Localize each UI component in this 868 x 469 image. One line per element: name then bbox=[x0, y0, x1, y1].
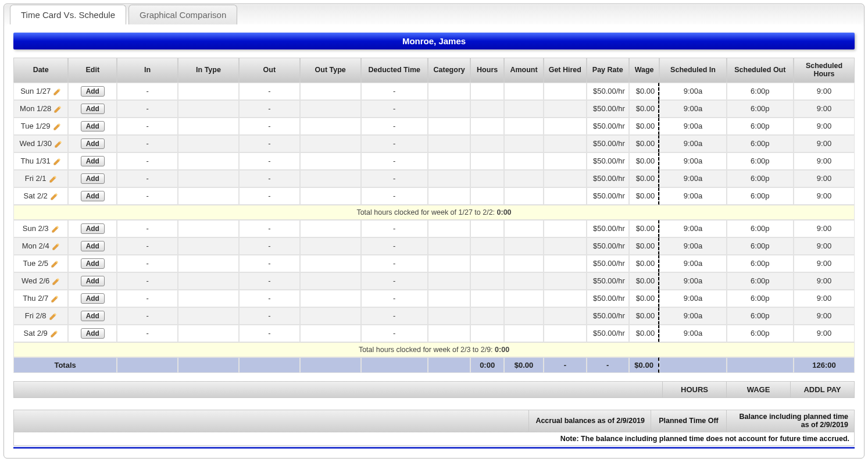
pencil-icon[interactable] bbox=[53, 105, 62, 113]
table-row: Tue 1/29Add---$50.00/hr$0.009:00a6:00p9:… bbox=[13, 118, 855, 135]
pencil-icon[interactable] bbox=[50, 330, 58, 338]
pencil-icon[interactable] bbox=[49, 175, 57, 183]
add-button[interactable]: Add bbox=[81, 293, 105, 304]
add-button[interactable]: Add bbox=[81, 258, 105, 269]
col-sched-in: Scheduled In bbox=[659, 58, 726, 83]
amount-cell bbox=[504, 83, 544, 100]
pencil-icon[interactable] bbox=[53, 88, 61, 96]
tab-timecard-vs-schedule[interactable]: Time Card Vs. Schedule bbox=[10, 5, 126, 24]
out-type-cell bbox=[300, 100, 361, 118]
sched-out-cell: 6:00p bbox=[727, 290, 794, 307]
deducted-cell: - bbox=[361, 220, 428, 237]
pencil-icon[interactable] bbox=[50, 193, 58, 201]
in-cell: - bbox=[117, 118, 178, 135]
tab-bar: Time Card Vs. Schedule Graphical Compari… bbox=[6, 5, 862, 24]
totals-sched-hours: 126:00 bbox=[794, 357, 855, 373]
add-button[interactable]: Add bbox=[81, 276, 105, 286]
pay-rate-cell: $50.00/hr bbox=[587, 307, 629, 325]
totals-wage: $0.00 bbox=[629, 357, 659, 373]
add-button[interactable]: Add bbox=[81, 191, 105, 201]
in-cell: - bbox=[117, 325, 178, 342]
pencil-icon[interactable] bbox=[54, 140, 62, 148]
col-in-type: In Type bbox=[178, 58, 239, 83]
wage-cell: $0.00 bbox=[629, 307, 659, 325]
pay-rate-cell: $50.00/hr bbox=[587, 152, 629, 170]
category-cell bbox=[428, 187, 470, 205]
pay-rate-cell: $50.00/hr bbox=[587, 100, 629, 118]
edit-cell: Add bbox=[68, 290, 117, 307]
pencil-icon[interactable] bbox=[51, 260, 59, 268]
pencil-icon[interactable] bbox=[53, 158, 61, 166]
date-cell: Tue 1/29 bbox=[13, 118, 68, 135]
deducted-cell: - bbox=[361, 255, 428, 272]
out-cell: - bbox=[239, 170, 300, 187]
add-button[interactable]: Add bbox=[81, 156, 105, 166]
pencil-icon[interactable] bbox=[49, 312, 57, 321]
in-type-cell bbox=[178, 152, 239, 170]
add-button[interactable]: Add bbox=[81, 241, 105, 251]
out-type-cell bbox=[300, 290, 361, 307]
out-type-cell bbox=[300, 83, 361, 100]
category-cell bbox=[428, 272, 470, 290]
date-text: Mon 1/28 bbox=[20, 104, 51, 113]
pay-rate-cell: $50.00/hr bbox=[587, 135, 629, 152]
in-type-cell bbox=[178, 100, 239, 118]
pay-rate-cell: $50.00/hr bbox=[587, 187, 629, 205]
pay-rate-cell: $50.00/hr bbox=[587, 83, 629, 100]
pencil-icon[interactable] bbox=[51, 225, 59, 233]
in-cell: - bbox=[117, 83, 178, 100]
get-hired-cell bbox=[544, 187, 586, 205]
col-out-type: Out Type bbox=[300, 58, 361, 83]
pencil-icon[interactable] bbox=[51, 295, 59, 303]
edit-cell: Add bbox=[68, 272, 117, 290]
sched-in-cell: 9:00a bbox=[659, 290, 726, 307]
wage-cell: $0.00 bbox=[629, 135, 659, 152]
get-hired-cell bbox=[544, 307, 586, 325]
totals-row: Totals0:00$0.00--$0.00126:00 bbox=[13, 357, 855, 373]
hours-cell bbox=[470, 118, 504, 135]
hours-cell bbox=[470, 307, 504, 325]
in-type-cell bbox=[178, 187, 239, 205]
sched-out-cell: 6:00p bbox=[727, 187, 794, 205]
add-button[interactable]: Add bbox=[81, 173, 105, 184]
out-cell: - bbox=[239, 100, 300, 118]
date-text: Sun 1/27 bbox=[20, 87, 51, 95]
out-cell: - bbox=[239, 135, 300, 152]
in-type-cell bbox=[178, 237, 239, 255]
sched-in-cell: 9:00a bbox=[659, 255, 726, 272]
pencil-icon[interactable] bbox=[52, 243, 60, 251]
table-row: Wed 1/30Add---$50.00/hr$0.009:00a6:00p9:… bbox=[13, 135, 855, 152]
edit-cell: Add bbox=[68, 307, 117, 325]
footer-hours-label: HOURS bbox=[662, 382, 726, 397]
pencil-icon[interactable] bbox=[53, 123, 61, 131]
add-button[interactable]: Add bbox=[81, 311, 105, 321]
date-cell: Thu 2/7 bbox=[13, 290, 68, 307]
add-button[interactable]: Add bbox=[81, 121, 105, 132]
wage-cell: $0.00 bbox=[629, 83, 659, 100]
category-cell bbox=[428, 152, 470, 170]
out-type-cell bbox=[300, 237, 361, 255]
sched-hours-cell: 9:00 bbox=[794, 220, 855, 237]
table-row: Thu 1/31Add---$50.00/hr$0.009:00a6:00p9:… bbox=[13, 152, 855, 170]
add-button[interactable]: Add bbox=[81, 104, 105, 114]
tab-graphical-comparison[interactable]: Graphical Comparison bbox=[128, 5, 237, 24]
in-cell: - bbox=[117, 100, 178, 118]
sched-in-cell: 9:00a bbox=[659, 100, 726, 118]
table-row: Sat 2/2Add---$50.00/hr$0.009:00a6:00p9:0… bbox=[13, 187, 855, 205]
get-hired-cell bbox=[544, 152, 586, 170]
add-button[interactable]: Add bbox=[81, 328, 105, 339]
table-row: Sat 2/9Add---$50.00/hr$0.009:00a6:00p9:0… bbox=[13, 325, 855, 342]
col-sched-hours: Scheduled Hours bbox=[794, 58, 855, 83]
category-cell bbox=[428, 135, 470, 152]
add-button[interactable]: Add bbox=[81, 223, 105, 234]
add-button[interactable]: Add bbox=[81, 138, 105, 149]
accrual-balance-including-col: Balance including planned time as of 2/9… bbox=[726, 410, 854, 432]
date-text: Tue 1/29 bbox=[21, 122, 51, 130]
get-hired-cell bbox=[544, 220, 586, 237]
pencil-icon[interactable] bbox=[52, 278, 60, 286]
table-row: Fri 2/1Add---$50.00/hr$0.009:00a6:00p9:0… bbox=[13, 170, 855, 187]
add-button[interactable]: Add bbox=[81, 86, 105, 97]
in-type-cell bbox=[178, 307, 239, 325]
deducted-cell: - bbox=[361, 83, 428, 100]
amount-cell bbox=[504, 100, 544, 118]
